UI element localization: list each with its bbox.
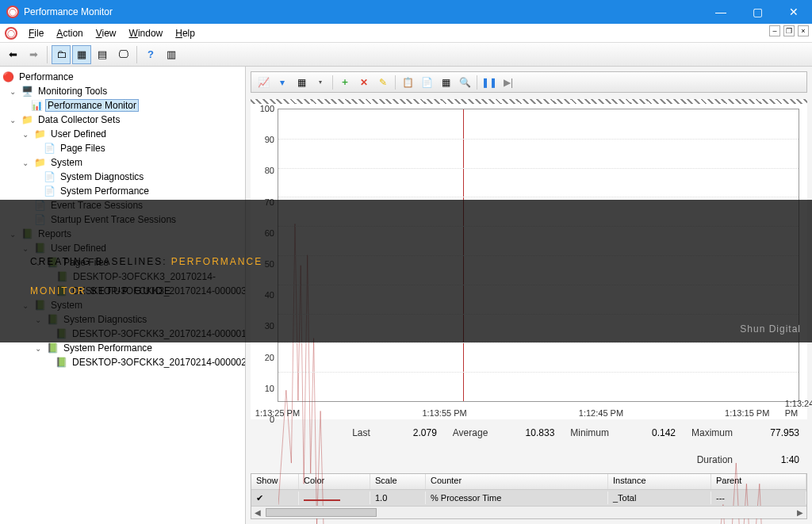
menu-view[interactable]: View — [90, 26, 123, 40]
folder-icon: 📁 — [33, 156, 46, 169]
reports-icon: 📗 — [46, 313, 59, 326]
chart-plot — [278, 109, 799, 402]
mdi-close[interactable]: × — [798, 25, 809, 36]
menu-action[interactable]: Action — [50, 26, 89, 40]
h-scrollbar[interactable]: ◀ ▶ — [251, 506, 806, 518]
reports-icon: 📗 — [46, 256, 59, 269]
window-title: Performance Monitor — [24, 6, 703, 17]
show-tree-button[interactable]: 🗀 — [52, 45, 71, 64]
folder-icon: 📁 — [33, 128, 46, 140]
chart-area[interactable]: 0102030405060708090100 1:13:25 PM1:13:55… — [251, 99, 807, 419]
view-button-6[interactable]: ▥ — [162, 45, 181, 64]
mdi-controls: – ❐ × — [769, 25, 809, 36]
reports-icon: 📗 — [46, 342, 59, 354]
tree-root[interactable]: 🔴Performance — [0, 70, 245, 84]
tree-r-system[interactable]: ⌄📗System — [0, 298, 245, 312]
paste-button[interactable]: 📄 — [418, 75, 435, 90]
tree-r-sd1[interactable]: 📗DESKTOP-3OFCKK3_20170214-000001 — [0, 327, 245, 341]
tree-r-sp1[interactable]: 📗DESKTOP-3OFCKK3_20170214-000002 — [0, 355, 245, 369]
folder-icon: 📁 — [21, 113, 33, 126]
collector-icon: 📄 — [43, 142, 56, 155]
main-area: 🔴Performance ⌄🖥️Monitoring Tools 📊Perfor… — [0, 67, 812, 524]
help-button[interactable]: ? — [141, 45, 160, 64]
add-counter-button[interactable]: ＋ — [336, 75, 354, 90]
session-icon: 📄 — [33, 199, 46, 212]
menu-window[interactable]: Window — [123, 26, 170, 40]
app-icon: ◯ — [6, 6, 19, 18]
mdi-minimize[interactable]: – — [769, 25, 780, 36]
scroll-thumb[interactable] — [266, 508, 377, 517]
chevron-down-icon[interactable]: ▾ — [312, 75, 329, 90]
mdi-restore[interactable]: ❐ — [783, 25, 795, 36]
session-icon: 📄 — [33, 213, 46, 226]
tree-r-sysperf[interactable]: ⌄📗System Performance — [0, 341, 245, 355]
titlebar: ◯ Performance Monitor — ▢ ✕ — [0, 0, 812, 24]
reports-icon: 📗 — [33, 299, 46, 312]
tree-sets[interactable]: 📄Startup Event Trace Sessions — [0, 212, 245, 227]
menu-help[interactable]: Help — [169, 26, 201, 40]
report-icon: 📗 — [56, 327, 67, 340]
nav-tree[interactable]: 🔴Performance ⌄🖥️Monitoring Tools 📊Perfor… — [0, 67, 246, 524]
collector-icon: 📄 — [43, 170, 56, 183]
tree-monitoring-tools[interactable]: ⌄🖥️Monitoring Tools — [0, 84, 245, 98]
separator — [136, 46, 137, 63]
tree-sys-perf[interactable]: 📄System Performance — [0, 184, 245, 198]
copy-button[interactable]: 📋 — [399, 75, 416, 90]
tree-ets[interactable]: 📄Event Trace Sessions — [0, 198, 245, 212]
collector-icon: 📄 — [43, 185, 56, 197]
content-pane: 📈 ▾ ▦ ▾ ＋ ✕ ✎ 📋 📄 ▦ 🔍 ❚❚ ▶| 010203040506… — [246, 67, 812, 524]
back-button[interactable]: ⬅ — [3, 45, 22, 64]
minimize-button[interactable]: — — [703, 0, 739, 24]
update-button[interactable]: ▶| — [500, 75, 517, 90]
view-data-button[interactable]: ▾ — [274, 75, 291, 90]
tree-r-userdef[interactable]: ⌄📗User Defined — [0, 241, 245, 255]
tree-performance-monitor[interactable]: 📊Performance Monitor — [0, 98, 245, 113]
properties-button[interactable]: ▤ — [93, 45, 112, 64]
tree-dcs[interactable]: ⌄📁Data Collector Sets — [0, 113, 245, 127]
scroll-left-icon[interactable]: ◀ — [251, 507, 264, 518]
menubar: ◯ File Action View Window Help – ❐ × — [0, 24, 812, 43]
chart-toolbar: 📈 ▾ ▦ ▾ ＋ ✕ ✎ 📋 📄 ▦ 🔍 ❚❚ ▶| — [251, 71, 807, 93]
freeze-button[interactable]: ❚❚ — [481, 75, 498, 90]
tree-r-pagefiles[interactable]: ⌄📗Page Files — [0, 255, 245, 270]
separator — [332, 75, 333, 90]
perf-icon: 🔴 — [2, 71, 14, 83]
view-report-button[interactable]: ▦ — [293, 75, 310, 90]
tree-r-pf2[interactable]: 📗DESKTOP-3OFCKK3_20170214-000003 — [0, 284, 245, 298]
report-icon: 📗 — [56, 285, 67, 297]
zoom-button[interactable]: 🔍 — [456, 75, 473, 90]
menu-file[interactable]: File — [22, 26, 50, 40]
separator — [47, 46, 48, 63]
close-button[interactable]: ✕ — [776, 0, 812, 24]
reports-icon: 📗 — [21, 228, 33, 240]
app-icon-small: ◯ — [5, 27, 17, 40]
folder-icon: 🖥️ — [21, 85, 33, 98]
tree-r-sysdiag[interactable]: ⌄📗System Diagnostics — [0, 312, 245, 327]
separator — [477, 75, 477, 90]
tree-reports[interactable]: ⌄📗Reports — [0, 227, 245, 241]
separator — [395, 75, 396, 90]
tree-system[interactable]: ⌄📁System — [0, 155, 245, 170]
reports-icon: 📗 — [33, 242, 46, 254]
tree-user-defined[interactable]: ⌄📁User Defined — [0, 127, 245, 141]
properties-button[interactable]: ▦ — [437, 75, 454, 90]
scroll-right-icon[interactable]: ▶ — [794, 507, 806, 518]
highlight-button[interactable]: ✎ — [374, 75, 392, 90]
delete-counter-button[interactable]: ✕ — [355, 75, 373, 90]
chart-icon: 📊 — [30, 99, 43, 112]
tree-sys-diag[interactable]: 📄System Diagnostics — [0, 170, 245, 184]
maximize-button[interactable]: ▢ — [739, 0, 776, 24]
view-graph-button[interactable]: 📈 — [255, 75, 272, 90]
tree-r-pf1[interactable]: 📗DESKTOP-3OFCKK3_20170214- — [0, 270, 245, 284]
line-series — [278, 109, 799, 524]
view-button-4[interactable]: 🖵 — [113, 45, 132, 64]
report-icon: 📗 — [56, 356, 67, 369]
view-button-2[interactable]: ▦ — [72, 45, 91, 64]
forward-button[interactable]: ➡ — [24, 45, 43, 64]
tree-page-files[interactable]: 📄Page Files — [0, 141, 245, 155]
report-icon: 📗 — [56, 270, 68, 283]
console-toolbar: ⬅ ➡ 🗀 ▦ ▤ 🖵 ? ▥ — [0, 43, 812, 67]
